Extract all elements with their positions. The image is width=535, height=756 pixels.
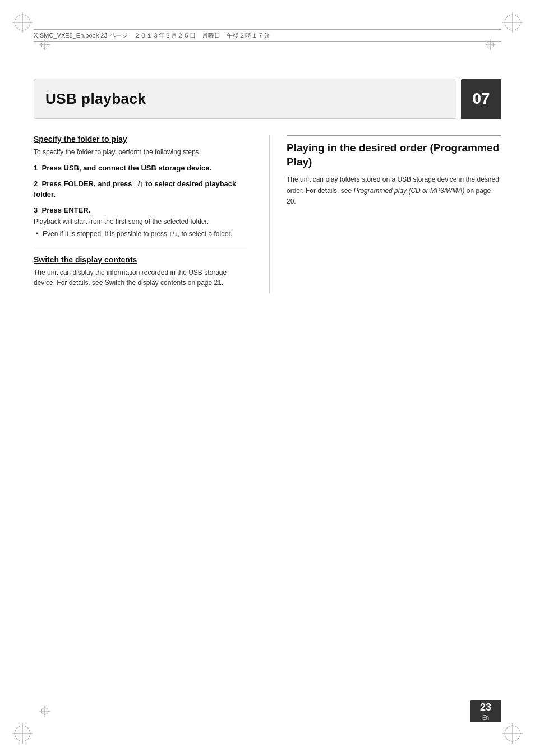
inner-reg-bl <box>39 706 50 717</box>
step-2-text: 2 Press FOLDER, and press ↑/↓ to select … <box>34 178 247 200</box>
specify-folder-heading: Specify the folder to play <box>34 135 247 144</box>
switch-display-text: The unit can display the information rec… <box>34 268 247 288</box>
switch-display-section: Switch the display contents The unit can… <box>34 255 247 288</box>
page-number: 23 <box>480 702 491 713</box>
title-section: USB playback <box>34 79 456 119</box>
file-info-text: X-SMC_VXE8_En.book 23 ページ ２０１３年３月２５日 月曜日… <box>34 31 270 40</box>
step-2: 2 Press FOLDER, and press ↑/↓ to select … <box>34 178 247 200</box>
step-3: 3 Press ENTER. Playback will start from … <box>34 205 247 239</box>
header-bar: X-SMC_VXE8_En.book 23 ページ ２０１３年３月２５日 月曜日… <box>34 29 501 42</box>
section-divider <box>34 247 247 247</box>
step-2-content: Press FOLDER, and press ↑/↓ to select de… <box>34 179 236 199</box>
page-number-badge: 23 En <box>470 700 501 722</box>
step-1-content: Press USB, and connect the USB storage d… <box>41 164 211 172</box>
programmed-play-italic: Programmed play (CD or MP3/WMA) <box>353 187 464 195</box>
step-2-number: 2 <box>34 179 38 188</box>
specify-folder-section: Specify the folder to play To specify th… <box>34 135 247 239</box>
corner-crosshair-br <box>501 722 524 745</box>
page: X-SMC_VXE8_En.book 23 ページ ２０１３年３月２５日 月曜日… <box>0 0 535 756</box>
programmed-play-heading: Playing in the desired order (Programmed… <box>287 135 501 169</box>
step-1-text: 1 Press USB, and connect the USB storage… <box>34 163 247 174</box>
step-3-bullet: Even if it is stopped, it is possible to… <box>34 229 247 239</box>
chapter-number: 07 <box>472 90 490 108</box>
specify-folder-intro: To specify the folder to play, perform t… <box>34 147 247 157</box>
step-1-number: 1 <box>34 164 38 172</box>
content-area: Specify the folder to play To specify th… <box>34 135 501 700</box>
left-column: Specify the folder to play To specify th… <box>34 135 247 293</box>
step-3-content: Press ENTER. <box>41 206 90 214</box>
page-lang: En <box>482 714 489 721</box>
step-1: 1 Press USB, and connect the USB storage… <box>34 163 247 174</box>
corner-crosshair-bl <box>11 722 34 745</box>
switch-display-heading: Switch the display contents <box>34 255 247 264</box>
right-column: Playing in the desired order (Programmed… <box>269 135 501 293</box>
step-3-desc: Playback will start from the first song … <box>34 216 247 227</box>
step-3-text: 3 Press ENTER. <box>34 205 247 216</box>
corner-crosshair-tl <box>11 11 34 34</box>
two-column-layout: Specify the folder to play To specify th… <box>34 135 501 293</box>
corner-crosshair-tr <box>501 11 524 34</box>
programmed-play-text: The unit can play folders stored on a US… <box>287 174 501 207</box>
chapter-badge: 07 <box>461 79 501 119</box>
step-3-number: 3 <box>34 206 38 214</box>
page-title: USB playback <box>45 90 146 108</box>
programmed-play-section: Playing in the desired order (Programmed… <box>287 135 501 207</box>
